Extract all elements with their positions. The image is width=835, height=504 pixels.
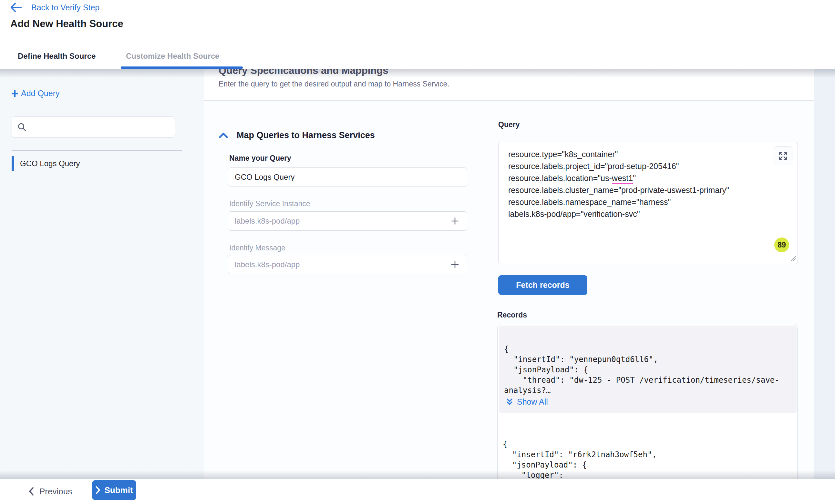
previous-button[interactable]: Previous — [22, 481, 79, 501]
record-line: "thread": "dw-125 - POST /verification/t… — [504, 375, 779, 385]
back-to-verify-step-link[interactable]: Back to Verify Step — [9, 2, 99, 13]
query-specifications-panel: Query Specifications and Mappings Enter … — [204, 69, 814, 504]
back-arrow-icon — [9, 2, 22, 13]
back-link-label: Back to Verify Step — [31, 3, 99, 12]
identify-message-label: Identify Message — [229, 244, 285, 252]
add-query-label: Add Query — [21, 89, 60, 98]
page-title: Add New Health Source — [10, 18, 123, 30]
service-instance-plus-button[interactable] — [449, 215, 461, 227]
record-line: { — [503, 439, 507, 449]
query-textarea[interactable]: resource.type="k8s_container" resource.l… — [498, 142, 798, 264]
search-icon — [17, 122, 27, 132]
character-count-badge: 89 — [774, 237, 789, 252]
active-tab-underline — [121, 66, 243, 69]
query-name-field — [228, 167, 467, 187]
chevron-right-icon — [95, 486, 100, 495]
section-heading: Query Specifications and Mappings — [219, 69, 814, 78]
query-line: resource.labels.project_id="prod-setup-2… — [508, 160, 788, 172]
identify-service-instance-label: Identify Service Instance — [229, 200, 310, 208]
page-header: Back to Verify Step Add New Health Sourc… — [0, 0, 835, 43]
service-instance-input[interactable] — [235, 216, 449, 226]
query-line: labels.k8s-pod/app="verification-svc" — [508, 208, 788, 220]
record-line: analysis?… — [504, 385, 551, 395]
add-query-button[interactable]: Add Query — [11, 89, 60, 98]
query-name-input[interactable] — [235, 173, 461, 182]
add-health-source-page: Back to Verify Step Add New Health Sourc… — [0, 0, 835, 504]
records-label: Records — [497, 311, 527, 319]
resize-handle[interactable] — [789, 254, 796, 262]
identify-message-input[interactable] — [235, 260, 449, 269]
record-line: "insertId": "yennepun0qtd6ll6", — [504, 355, 658, 364]
map-queries-title: Map Queries to Harness Services — [237, 130, 375, 140]
submit-label: Submit — [104, 485, 133, 495]
identify-message-plus-button[interactable] — [449, 259, 461, 270]
query-line-location: resource.labels.location="us-west1" — [508, 172, 788, 184]
chevron-up-icon[interactable] — [219, 132, 228, 139]
query-line: resource.labels.namespace_name="harness" — [508, 196, 788, 208]
submit-button[interactable]: Submit — [92, 480, 136, 500]
map-queries-collapse-row: Map Queries to Harness Services — [219, 130, 375, 140]
sidebar-divider — [12, 150, 182, 151]
record-line: "insertId": "r6rk2tnah3owf5eh", — [503, 450, 657, 460]
show-all-label: Show All — [517, 397, 548, 406]
name-your-query-label: Name your Query — [229, 154, 291, 163]
health-source-tabbar: Define Health Source Customize Health So… — [0, 43, 835, 69]
double-chevron-down-icon — [506, 398, 513, 406]
record-line: "jsonPayload": { — [504, 365, 588, 375]
query-line: resource.type="k8s_container" — [508, 148, 788, 160]
spellcheck-underline: west1 — [612, 174, 633, 184]
right-background-strip — [814, 69, 835, 504]
search-input[interactable] — [31, 123, 169, 132]
expand-query-button[interactable] — [774, 146, 792, 165]
fullscreen-icon — [778, 151, 788, 161]
selected-indicator-bar — [12, 156, 14, 171]
identify-message-field — [228, 255, 467, 274]
plus-icon — [11, 89, 19, 98]
record-line: "jsonPayload": { — [503, 460, 587, 470]
query-item-label: GCO Logs Query — [20, 159, 80, 168]
service-instance-field — [228, 211, 467, 231]
section-subheading: Enter the query to get the desired outpu… — [219, 80, 814, 88]
previous-label: Previous — [39, 487, 72, 497]
record-card: { "insertId": "yennepun0qtd6ll6", "jsonP… — [499, 326, 797, 413]
query-label: Query — [498, 120, 520, 129]
records-container: { "insertId": "yennepun0qtd6ll6", "jsonP… — [497, 324, 797, 504]
show-all-link[interactable]: Show All — [506, 397, 548, 406]
chevron-left-icon — [28, 487, 34, 496]
query-search-box — [12, 117, 175, 138]
tab-define-health-source[interactable]: Define Health Source — [18, 43, 96, 69]
query-line: resource.labels.cluster_name="prod-priva… — [508, 184, 788, 196]
mapping-body: Map Queries to Harness Services Name you… — [204, 101, 814, 504]
queries-sidebar: Add Query GCO Logs Query — [0, 69, 204, 504]
sidebar-item-gco-logs-query[interactable]: GCO Logs Query — [12, 156, 80, 171]
tab-customize-health-source[interactable]: Customize Health Source — [126, 43, 219, 69]
footer-bar: Previous Submit — [0, 479, 835, 504]
fetch-records-button[interactable]: Fetch records — [498, 275, 587, 295]
record-line: { — [504, 344, 509, 354]
